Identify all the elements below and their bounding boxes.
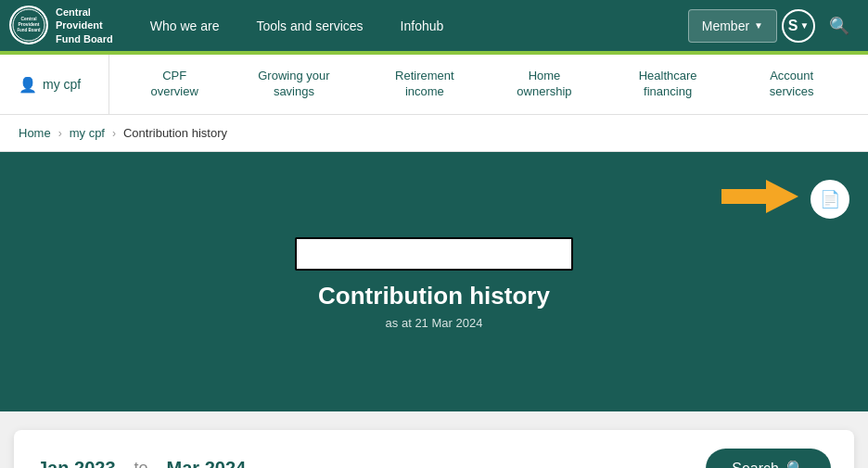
main-content: 📄 Contribution history as at 21 Mar 2024 bbox=[0, 152, 868, 411]
arrow-head-icon bbox=[766, 180, 798, 213]
breadcrumb-current: Contribution history bbox=[123, 126, 227, 140]
search-action-icon: 🔍 bbox=[786, 460, 805, 468]
title-area: Contribution history as at 21 Mar 2024 bbox=[19, 237, 849, 330]
top-nav-links: Who we are Tools and services Infohub bbox=[132, 0, 688, 51]
export-area: 📄 bbox=[19, 180, 849, 219]
breadcrumb-sep-2: › bbox=[112, 127, 116, 140]
chevron-down-icon: ▼ bbox=[754, 20, 763, 31]
user-avatar-button[interactable]: S ▼ bbox=[782, 9, 815, 43]
nav-tools-services[interactable]: Tools and services bbox=[237, 0, 381, 51]
breadcrumb: Home › my cpf › Contribution history bbox=[0, 115, 868, 152]
nav-infohub[interactable]: Infohub bbox=[382, 0, 463, 51]
top-navigation: Central Provident Fund Board Central Pro… bbox=[0, 0, 868, 51]
search-section: Jan 2023 to Mar 2024 Search 🔍 bbox=[14, 430, 854, 468]
secondary-nav-links: CPF overview Growing your savings Retire… bbox=[123, 55, 849, 115]
person-icon: 👤 bbox=[19, 76, 37, 94]
nav-growing-savings[interactable]: Growing your savings bbox=[225, 55, 363, 115]
page-title: Contribution history bbox=[19, 282, 849, 310]
nav-account-services[interactable]: Account services bbox=[734, 55, 849, 115]
my-cpf-link[interactable]: 👤 my cpf bbox=[19, 55, 109, 115]
secondary-navigation: 👤 my cpf CPF overview Growing your savin… bbox=[0, 55, 868, 115]
nav-retirement-income[interactable]: Retirement income bbox=[363, 55, 487, 115]
logo-icon: Central Provident Fund Board bbox=[9, 6, 48, 44]
nav-cpf-overview[interactable]: CPF overview bbox=[123, 55, 225, 115]
member-button[interactable]: Member ▼ bbox=[688, 9, 777, 43]
subtitle: as at 21 Mar 2024 bbox=[19, 316, 849, 330]
export-button[interactable]: 📄 bbox=[811, 180, 849, 219]
date-from[interactable]: Jan 2023 bbox=[37, 458, 116, 468]
arrow-body bbox=[721, 189, 768, 204]
nav-healthcare-financing[interactable]: Healthcare financing bbox=[602, 55, 734, 115]
top-nav-right: Member ▼ S ▼ 🔍 bbox=[688, 0, 859, 51]
search-icon: 🔍 bbox=[829, 16, 849, 36]
date-to[interactable]: Mar 2024 bbox=[167, 458, 247, 468]
svg-text:Fund Board: Fund Board bbox=[17, 28, 40, 32]
arrow-indicator bbox=[721, 180, 798, 213]
breadcrumb-sep-1: › bbox=[58, 127, 62, 140]
logo-text: Central Provident Fund Board bbox=[56, 6, 113, 45]
search-button[interactable]: 🔍 bbox=[820, 0, 859, 51]
breadcrumb-my-cpf[interactable]: my cpf bbox=[70, 126, 105, 140]
date-to-label: to bbox=[134, 459, 148, 468]
input-bar-wrapper bbox=[19, 237, 849, 271]
document-icon: 📄 bbox=[820, 189, 840, 209]
breadcrumb-home[interactable]: Home bbox=[19, 126, 51, 140]
nav-who-we-are[interactable]: Who we are bbox=[132, 0, 238, 51]
logo-area[interactable]: Central Provident Fund Board Central Pro… bbox=[9, 6, 113, 45]
input-bar[interactable] bbox=[295, 237, 573, 271]
svg-text:Provident: Provident bbox=[18, 21, 39, 27]
search-action-button[interactable]: Search 🔍 bbox=[706, 449, 831, 468]
nav-home-ownership[interactable]: Home ownership bbox=[487, 55, 602, 115]
user-chevron-icon: ▼ bbox=[799, 20, 809, 31]
